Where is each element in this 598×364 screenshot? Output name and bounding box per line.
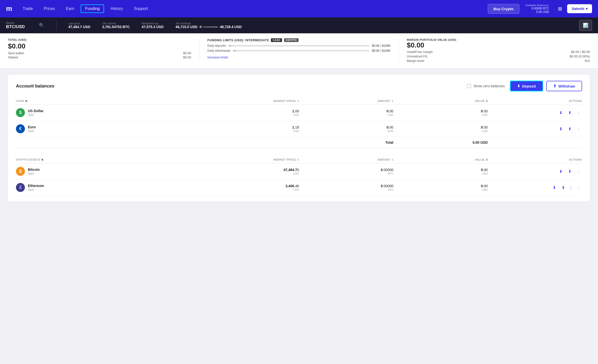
- logo[interactable]: m: [6, 5, 12, 13]
- btc-name: Bitcoin: [28, 168, 40, 172]
- crypto-badge: Crypto: [284, 38, 299, 42]
- eur-deposit-icon[interactable]: ⬇: [557, 125, 564, 132]
- daily-deposits-value: $0.00 / $100K: [372, 44, 391, 47]
- margin-value: $0.00: [407, 41, 590, 49]
- eth-withdraw-icon[interactable]: ⬆: [560, 184, 567, 191]
- chart-button[interactable]: 📊: [579, 20, 592, 31]
- account-balances-title: Account balances: [16, 84, 54, 89]
- grid-icon[interactable]: ⊞: [558, 6, 562, 12]
- last-price-value: 47,484.7 USD: [68, 25, 90, 29]
- usd-withdraw-icon[interactable]: ⬆: [566, 109, 573, 116]
- eur-price: 1.18: [205, 125, 299, 129]
- eth-more-icon[interactable]: ⋮: [569, 185, 573, 190]
- usd-deposit-icon[interactable]: ⬇: [557, 109, 564, 116]
- actions-column-header: ACTIONS: [488, 99, 582, 102]
- usd-star-icon[interactable]: ☆: [575, 109, 582, 116]
- usd-asset-info: US Dollar Spot: [28, 109, 44, 117]
- crypto-market-sort-icon[interactable]: ⇅: [297, 158, 299, 161]
- eth-deposit-icon[interactable]: ⬇: [551, 184, 558, 191]
- value-sort-icon[interactable]: ⇩: [486, 100, 488, 102]
- btc-deposit-icon[interactable]: ⬇: [557, 168, 564, 175]
- eur-value-cell: 0.00 USD: [393, 125, 488, 133]
- usd-price: 1.00: [205, 109, 299, 113]
- eth-asset-info: Ethereum Spot: [28, 184, 44, 191]
- buy-crypto-button[interactable]: Buy Crypto: [488, 4, 519, 14]
- eur-price-unit: USD: [205, 130, 299, 133]
- eth-amount: 0.00000: [299, 184, 393, 188]
- market-price-sort-icon[interactable]: ⇅: [297, 100, 299, 102]
- crypto-amount-header: AMOUNT ⇅: [299, 158, 393, 161]
- cash-total-label: Total: [299, 140, 393, 144]
- nav-prices[interactable]: Prices: [39, 4, 59, 13]
- usd-icon: $: [16, 108, 25, 117]
- market-label: Market: [6, 21, 25, 24]
- cash-sort-icon[interactable]: ⇅: [25, 100, 27, 102]
- deposits-progress-fill: [229, 45, 231, 46]
- eth-value-cell: 0.00 USD: [393, 184, 488, 191]
- table-row: $ US Dollar Spot 1.00 USD 0.00: [16, 105, 582, 121]
- user-menu-button[interactable]: Satoshi ▾: [567, 4, 592, 13]
- nav-earn[interactable]: Earn: [61, 4, 79, 13]
- eur-price-cell: 1.18 USD: [205, 125, 299, 133]
- withdraw-button[interactable]: ⬆ Withdraw: [546, 81, 582, 91]
- crypto-amount-sort-icon[interactable]: ⇅: [391, 158, 394, 161]
- eth-sub: Spot: [28, 188, 44, 191]
- table-row: Ξ Ethereum Spot 3,406.46 USD 0.00000: [16, 180, 582, 196]
- eth-price: 3,406.46: [205, 184, 299, 188]
- eth-name: Ethereum: [28, 184, 44, 188]
- crypto-sort-icon[interactable]: ⇅: [41, 158, 44, 161]
- deposits-progress-bar: [229, 45, 370, 46]
- usd-value-cell: 0.00 USD: [393, 109, 488, 116]
- eur-withdraw-icon[interactable]: ⬆: [566, 125, 573, 132]
- eur-star-icon[interactable]: ☆: [575, 125, 582, 132]
- nav-trade[interactable]: Trade: [18, 4, 37, 13]
- market-price-column-header: MARKET PRICE ⇅: [205, 99, 299, 102]
- btc-value: 0.00: [393, 168, 488, 172]
- spot-wallet-label: Spot wallet: [8, 51, 24, 55]
- btc-withdraw-icon[interactable]: ⬆: [566, 168, 573, 175]
- summary-bar: TOTAL (USD) $0.00 Spot wallet $0.00 Stak…: [0, 33, 598, 69]
- nav-support[interactable]: Support: [129, 4, 152, 13]
- btc-amount-unit: BTC: [299, 172, 393, 175]
- search-icon[interactable]: 🔍: [39, 23, 44, 28]
- eth-amount-unit: ETH: [299, 188, 393, 191]
- eth-star-icon[interactable]: ☆: [575, 184, 582, 191]
- eth-actions-cell: ⬇ ⬆ ⋮ ☆: [488, 184, 582, 191]
- funding-limits-title: FUNDING LIMITS (USD): INTERMEDIATE Cash …: [207, 38, 391, 42]
- btc-price-unit: USD: [205, 172, 299, 175]
- btc-amount: 0.00000: [299, 168, 393, 172]
- crypto-value-sort-icon[interactable]: ⇩: [486, 158, 488, 161]
- amount-sort-icon[interactable]: ⇅: [391, 100, 394, 102]
- margin-level-row: Margin level N/A: [407, 59, 590, 63]
- total-label: TOTAL (USD): [8, 38, 191, 41]
- volume-stat: 24h volume 2,781.54753 BTC: [102, 22, 130, 29]
- available-balances: Available Balances: 0.00000 BTC 0.00 USD: [525, 4, 549, 14]
- btc-asset-info: Bitcoin Spot: [28, 168, 40, 175]
- eth-value: 0.00: [393, 184, 488, 188]
- volume-label: 24h volume: [102, 22, 130, 25]
- increase-limits-link[interactable]: Increase limits: [207, 55, 228, 59]
- low-value: 46,715.0 USD: [176, 25, 197, 29]
- spot-wallet-value: $0.00: [183, 51, 191, 55]
- daily-deposits-row: Daily deposits $0.00 / $100K: [207, 44, 391, 47]
- btc-asset-cell: ₿ Bitcoin Spot: [16, 167, 205, 176]
- usd-amount: 0.00: [299, 109, 393, 113]
- margin-level-value: N/A: [585, 59, 590, 63]
- nav-funding[interactable]: Funding: [81, 4, 104, 13]
- margin-section: MARGIN PORTFOLIO VALUE (USD) $0.00 Used/…: [399, 38, 590, 63]
- btc-star-icon[interactable]: ☆: [575, 168, 582, 175]
- nav-history[interactable]: History: [106, 4, 127, 13]
- deposit-button[interactable]: ⬇ Deposit: [510, 81, 543, 91]
- navbar: m Trade Prices Earn Funding History Supp…: [0, 0, 598, 17]
- unrealized-row: Unrealized P/L $0.00 (0.00%): [407, 54, 590, 58]
- used-free-row: Used/Free margin $0.00 / $0.00: [407, 50, 590, 54]
- crypto-column-header: CRYPTO ASSETS ⇅: [16, 158, 205, 161]
- lowhigh-label: 24h low/high: [176, 22, 242, 25]
- usd-sub: Spot: [28, 113, 44, 117]
- eur-name: Euro: [28, 125, 36, 129]
- total-value: $0.00: [8, 42, 191, 50]
- staked-value: $0.00: [183, 55, 191, 59]
- chevron-down-icon: ▾: [586, 7, 588, 11]
- total-section: TOTAL (USD) $0.00 Spot wallet $0.00 Stak…: [8, 38, 191, 60]
- show-zero-checkbox[interactable]: [467, 84, 471, 88]
